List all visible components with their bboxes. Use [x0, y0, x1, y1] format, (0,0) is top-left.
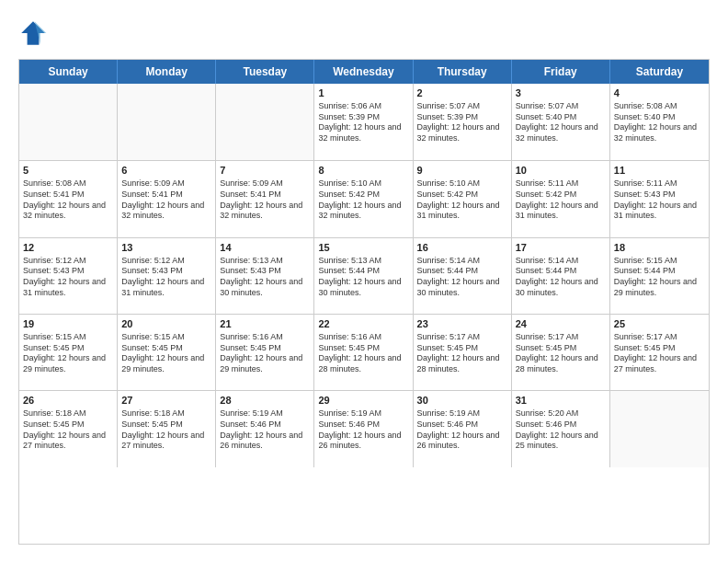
- cell-info: Sunrise: 5:17 AM Sunset: 5:45 PM Dayligh…: [614, 332, 705, 375]
- calendar-cell: 28Sunrise: 5:19 AM Sunset: 5:46 PM Dayli…: [216, 391, 314, 466]
- cell-date: 15: [318, 241, 408, 255]
- cell-info: Sunrise: 5:16 AM Sunset: 5:45 PM Dayligh…: [318, 332, 408, 375]
- calendar-cell: 26Sunrise: 5:18 AM Sunset: 5:45 PM Dayli…: [19, 391, 118, 466]
- cell-date: 9: [417, 164, 507, 178]
- cell-info: Sunrise: 5:15 AM Sunset: 5:44 PM Dayligh…: [614, 256, 705, 299]
- calendar-cell: 11Sunrise: 5:11 AM Sunset: 5:43 PM Dayli…: [610, 161, 709, 236]
- calendar-cell: 24Sunrise: 5:17 AM Sunset: 5:45 PM Dayli…: [512, 315, 610, 390]
- cell-info: Sunrise: 5:17 AM Sunset: 5:45 PM Dayligh…: [516, 332, 606, 375]
- calendar-cell: 23Sunrise: 5:17 AM Sunset: 5:45 PM Dayli…: [414, 315, 512, 390]
- day-header-wednesday: Wednesday: [314, 60, 413, 84]
- cell-date: 11: [614, 164, 705, 178]
- calendar-cell: 29Sunrise: 5:19 AM Sunset: 5:46 PM Dayli…: [314, 391, 413, 466]
- cell-date: 4: [614, 86, 705, 100]
- calendar-cell: 21Sunrise: 5:16 AM Sunset: 5:45 PM Dayli…: [216, 315, 314, 390]
- calendar-grid: 1Sunrise: 5:06 AM Sunset: 5:39 PM Daylig…: [19, 84, 709, 544]
- cell-date: 14: [220, 241, 310, 255]
- calendar-cell: [118, 84, 216, 160]
- cell-date: 10: [516, 164, 606, 178]
- cell-info: Sunrise: 5:14 AM Sunset: 5:44 PM Dayligh…: [516, 256, 606, 299]
- cell-date: 8: [318, 164, 408, 178]
- cell-info: Sunrise: 5:08 AM Sunset: 5:41 PM Dayligh…: [23, 178, 113, 222]
- cell-date: 3: [516, 86, 606, 100]
- cell-info: Sunrise: 5:14 AM Sunset: 5:44 PM Dayligh…: [417, 256, 507, 299]
- cell-date: 16: [417, 241, 507, 255]
- cell-info: Sunrise: 5:19 AM Sunset: 5:46 PM Dayligh…: [318, 408, 408, 452]
- calendar-cell: 8Sunrise: 5:10 AM Sunset: 5:42 PM Daylig…: [314, 161, 413, 236]
- cell-date: 2: [417, 86, 507, 100]
- cell-date: 25: [614, 317, 705, 331]
- calendar-cell: 27Sunrise: 5:18 AM Sunset: 5:45 PM Dayli…: [118, 391, 216, 466]
- calendar-week: 19Sunrise: 5:15 AM Sunset: 5:45 PM Dayli…: [19, 314, 709, 390]
- cell-info: Sunrise: 5:09 AM Sunset: 5:41 PM Dayligh…: [220, 178, 310, 222]
- day-headers: SundayMondayTuesdayWednesdayThursdayFrid…: [19, 60, 709, 84]
- cell-date: 17: [516, 241, 606, 255]
- cell-info: Sunrise: 5:11 AM Sunset: 5:43 PM Dayligh…: [614, 178, 705, 222]
- cell-info: Sunrise: 5:12 AM Sunset: 5:43 PM Dayligh…: [121, 256, 211, 299]
- calendar-cell: 30Sunrise: 5:19 AM Sunset: 5:46 PM Dayli…: [414, 391, 512, 466]
- day-header-saturday: Saturday: [610, 60, 709, 84]
- cell-info: Sunrise: 5:12 AM Sunset: 5:43 PM Dayligh…: [23, 256, 113, 299]
- calendar-cell: 2Sunrise: 5:07 AM Sunset: 5:39 PM Daylig…: [414, 84, 512, 160]
- calendar-cell: 14Sunrise: 5:13 AM Sunset: 5:43 PM Dayli…: [216, 238, 314, 314]
- calendar-cell: 6Sunrise: 5:09 AM Sunset: 5:41 PM Daylig…: [118, 161, 216, 236]
- cell-date: 26: [23, 394, 113, 408]
- cell-info: Sunrise: 5:11 AM Sunset: 5:42 PM Dayligh…: [516, 178, 606, 222]
- day-header-monday: Monday: [118, 60, 216, 84]
- calendar-cell: 19Sunrise: 5:15 AM Sunset: 5:45 PM Dayli…: [19, 315, 118, 390]
- calendar-cell: 31Sunrise: 5:20 AM Sunset: 5:46 PM Dayli…: [512, 391, 610, 466]
- cell-info: Sunrise: 5:10 AM Sunset: 5:42 PM Dayligh…: [417, 178, 507, 222]
- cell-date: 20: [121, 317, 211, 331]
- logo-icon: [18, 18, 48, 48]
- calendar-cell: 20Sunrise: 5:15 AM Sunset: 5:45 PM Dayli…: [118, 315, 216, 390]
- cell-info: Sunrise: 5:13 AM Sunset: 5:43 PM Dayligh…: [220, 256, 310, 299]
- calendar-cell: 1Sunrise: 5:06 AM Sunset: 5:39 PM Daylig…: [314, 84, 413, 160]
- calendar-cell: 9Sunrise: 5:10 AM Sunset: 5:42 PM Daylig…: [414, 161, 512, 236]
- cell-date: 21: [220, 317, 310, 331]
- cell-date: 13: [121, 241, 211, 255]
- calendar-cell: 13Sunrise: 5:12 AM Sunset: 5:43 PM Dayli…: [118, 238, 216, 314]
- page: SundayMondayTuesdayWednesdayThursdayFrid…: [0, 0, 728, 563]
- day-header-thursday: Thursday: [414, 60, 512, 84]
- cell-date: 24: [516, 317, 606, 331]
- calendar-cell: 25Sunrise: 5:17 AM Sunset: 5:45 PM Dayli…: [610, 315, 709, 390]
- day-header-tuesday: Tuesday: [216, 60, 314, 84]
- cell-date: 7: [220, 164, 310, 178]
- cell-date: 31: [516, 394, 606, 408]
- calendar-week: 1Sunrise: 5:06 AM Sunset: 5:39 PM Daylig…: [19, 84, 709, 160]
- calendar-cell: [19, 84, 118, 160]
- day-header-sunday: Sunday: [19, 60, 118, 84]
- calendar-week: 5Sunrise: 5:08 AM Sunset: 5:41 PM Daylig…: [19, 160, 709, 236]
- calendar-cell: 7Sunrise: 5:09 AM Sunset: 5:41 PM Daylig…: [216, 161, 314, 236]
- cell-date: 23: [417, 317, 507, 331]
- cell-date: 28: [220, 394, 310, 408]
- cell-info: Sunrise: 5:16 AM Sunset: 5:45 PM Dayligh…: [220, 332, 310, 375]
- calendar-cell: 10Sunrise: 5:11 AM Sunset: 5:42 PM Dayli…: [512, 161, 610, 236]
- logo: [18, 18, 51, 48]
- cell-date: 27: [121, 394, 211, 408]
- cell-info: Sunrise: 5:18 AM Sunset: 5:45 PM Dayligh…: [23, 408, 113, 452]
- cell-date: 1: [318, 86, 408, 100]
- cell-info: Sunrise: 5:06 AM Sunset: 5:39 PM Dayligh…: [318, 101, 408, 144]
- cell-date: 12: [23, 241, 113, 255]
- cell-info: Sunrise: 5:19 AM Sunset: 5:46 PM Dayligh…: [220, 408, 310, 452]
- cell-info: Sunrise: 5:15 AM Sunset: 5:45 PM Dayligh…: [23, 332, 113, 375]
- calendar-cell: [610, 391, 709, 466]
- cell-info: Sunrise: 5:15 AM Sunset: 5:45 PM Dayligh…: [121, 332, 211, 375]
- cell-date: 19: [23, 317, 113, 331]
- calendar-cell: 12Sunrise: 5:12 AM Sunset: 5:43 PM Dayli…: [19, 238, 118, 314]
- cell-date: 30: [417, 394, 507, 408]
- cell-info: Sunrise: 5:10 AM Sunset: 5:42 PM Dayligh…: [318, 178, 408, 222]
- cell-info: Sunrise: 5:18 AM Sunset: 5:45 PM Dayligh…: [121, 408, 211, 452]
- calendar-cell: 16Sunrise: 5:14 AM Sunset: 5:44 PM Dayli…: [414, 238, 512, 314]
- calendar-cell: 18Sunrise: 5:15 AM Sunset: 5:44 PM Dayli…: [610, 238, 709, 314]
- cell-date: 22: [318, 317, 408, 331]
- calendar-week: 12Sunrise: 5:12 AM Sunset: 5:43 PM Dayli…: [19, 237, 709, 314]
- cell-date: 6: [121, 164, 211, 178]
- calendar-cell: 5Sunrise: 5:08 AM Sunset: 5:41 PM Daylig…: [19, 161, 118, 236]
- cell-info: Sunrise: 5:13 AM Sunset: 5:44 PM Dayligh…: [318, 256, 408, 299]
- header: [18, 18, 710, 48]
- cell-info: Sunrise: 5:07 AM Sunset: 5:39 PM Dayligh…: [417, 101, 507, 144]
- cell-date: 29: [318, 394, 408, 408]
- day-header-friday: Friday: [512, 60, 610, 84]
